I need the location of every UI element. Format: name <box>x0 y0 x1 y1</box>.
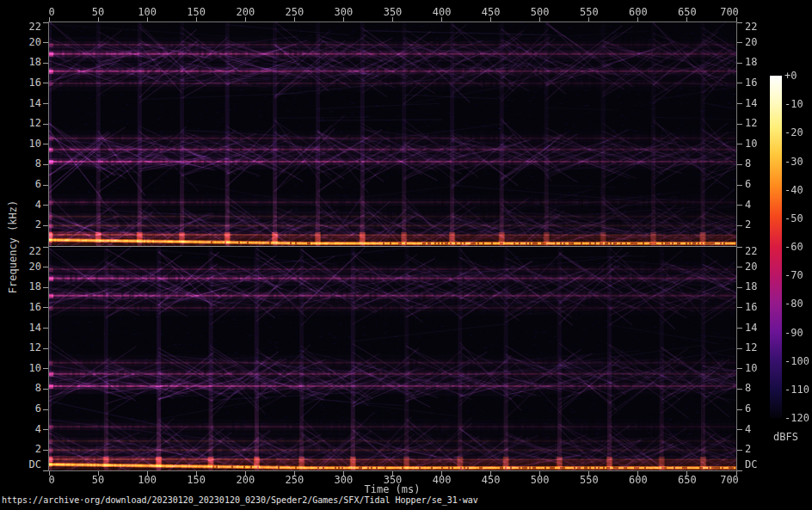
spectrogram-channel-1 <box>49 22 736 246</box>
colorbar <box>770 76 782 418</box>
colorbar-tick-label: -90 <box>784 327 803 339</box>
y-tick-label-right: 12 <box>745 341 757 353</box>
x-tick-label-top: 300 <box>335 6 354 18</box>
x-tick-label-top: 150 <box>187 6 206 18</box>
x-tick-label-top: 50 <box>92 6 104 18</box>
y-tick-label-right: 4 <box>745 423 751 435</box>
y-tick-left <box>43 63 48 64</box>
colorbar-tick-label: -70 <box>784 269 803 281</box>
y-tick-label-left: 10 <box>12 362 41 374</box>
colorbar-tick-label: -100 <box>784 355 809 367</box>
y-tick-label-right: 4 <box>745 199 751 211</box>
y-tick-right <box>737 185 742 186</box>
y-tick-left <box>43 144 48 144</box>
y-tick-label-right: 14 <box>745 322 757 334</box>
spectrogram-channel-2 <box>49 247 736 470</box>
y-tick-label-left: 10 <box>12 138 41 150</box>
y-tick-label-left: 14 <box>12 97 41 109</box>
y-tick-label-right: 10 <box>745 362 757 374</box>
x-tick-label-bottom: 600 <box>629 474 648 486</box>
y-tick-left <box>43 225 48 226</box>
y-tick-left <box>43 287 48 288</box>
y-tick-right <box>737 124 742 125</box>
colorbar-tick-label: -60 <box>784 241 803 253</box>
y-tick-right <box>737 83 742 83</box>
colorbar-tick-label: -110 <box>784 384 809 396</box>
x-tick-label-top: 0 <box>48 6 54 18</box>
x-tick-label-bottom: 500 <box>531 474 550 486</box>
y-tick-label-left: 8 <box>12 157 41 169</box>
y-tick-right <box>737 389 742 390</box>
y-tick-right <box>737 225 742 226</box>
y-tick-label-right: 14 <box>745 97 757 109</box>
y-tick-right <box>737 164 742 165</box>
y-tick-label-right: 8 <box>745 157 751 169</box>
y-tick-label-left: 18 <box>12 280 41 292</box>
y-tick-label-left: 4 <box>12 199 41 211</box>
colorbar-tick-label: -120 <box>784 412 809 424</box>
x-tick-label-top: 650 <box>678 6 697 18</box>
y-tick-label-left: 8 <box>12 382 41 394</box>
y-tick-right <box>737 287 742 288</box>
y-tick-label-right: 12 <box>745 117 757 129</box>
x-tick-label-top: 700 <box>720 6 739 18</box>
colorbar-tick-label: +0 <box>784 70 797 82</box>
y-tick-label-left: 22 <box>12 245 41 257</box>
y-tick-left <box>43 103 48 104</box>
y-tick-left <box>43 328 48 329</box>
y-tick-left <box>43 307 48 308</box>
x-tick-label-bottom: 150 <box>187 474 206 486</box>
y-tick-left <box>43 450 48 451</box>
y-tick-right <box>737 328 742 329</box>
colorbar-tick-label: -10 <box>784 98 803 110</box>
y-tick-label-left: 16 <box>12 301 41 313</box>
y-tick-label-right: DC <box>745 458 757 470</box>
y-tick-left <box>43 368 48 369</box>
y-tick-right <box>737 470 742 471</box>
y-tick-right <box>737 429 742 430</box>
x-axis-title: Time (ms) <box>364 483 420 495</box>
colorbar-tick-label: -50 <box>784 212 803 224</box>
y-tick-left <box>43 22 48 23</box>
y-tick-right <box>737 348 742 349</box>
y-tick-label-right: 18 <box>745 56 757 68</box>
y-tick-right <box>737 409 742 410</box>
y-tick-label-left: 16 <box>12 77 41 89</box>
y-tick-left <box>43 470 48 471</box>
x-tick-label-bottom: 400 <box>433 474 452 486</box>
x-tick-label-bottom: 50 <box>92 474 104 486</box>
y-tick-right <box>737 103 742 104</box>
y-tick-label-right: 22 <box>745 245 757 257</box>
colorbar-gradient <box>770 76 782 418</box>
x-tick-label-top: 550 <box>580 6 599 18</box>
x-tick-label-bottom: 700 <box>720 474 739 486</box>
y-tick-label-left: 2 <box>12 218 41 230</box>
y-tick-label-left: 4 <box>12 423 41 435</box>
y-tick-label-left: 20 <box>12 261 41 273</box>
y-tick-left <box>43 42 48 43</box>
x-tick-label-top: 400 <box>433 6 452 18</box>
x-tick-label-top: 200 <box>236 6 255 18</box>
y-tick-left <box>43 409 48 410</box>
y-tick-label-right: 2 <box>745 218 751 230</box>
y-tick-right <box>737 205 742 206</box>
y-tick-label-left: 18 <box>12 56 41 68</box>
y-tick-label-right: 16 <box>745 301 757 313</box>
colorbar-unit-label: dBFS <box>773 431 798 443</box>
y-tick-right <box>737 247 742 248</box>
spectrogram-plot <box>49 22 736 470</box>
colorbar-tick-label: -40 <box>784 184 803 196</box>
y-tick-label-left: 6 <box>12 402 41 415</box>
y-tick-right <box>737 42 742 43</box>
y-tick-right <box>737 144 742 144</box>
y-tick-label-left: 12 <box>12 117 41 129</box>
y-tick-label-right: 2 <box>745 443 751 455</box>
y-tick-left <box>43 205 48 206</box>
x-tick-label-top: 500 <box>531 6 550 18</box>
y-tick-right <box>737 267 742 267</box>
y-tick-label-left: DC <box>12 458 41 470</box>
y-tick-label-right: 20 <box>745 261 757 273</box>
y-tick-label-left: 22 <box>12 21 41 33</box>
footer-url: https://archive·org/download/20230120_20… <box>2 495 478 505</box>
spectrogram-window: Frequency (kHz) 005050100100150150200200… <box>0 0 812 510</box>
